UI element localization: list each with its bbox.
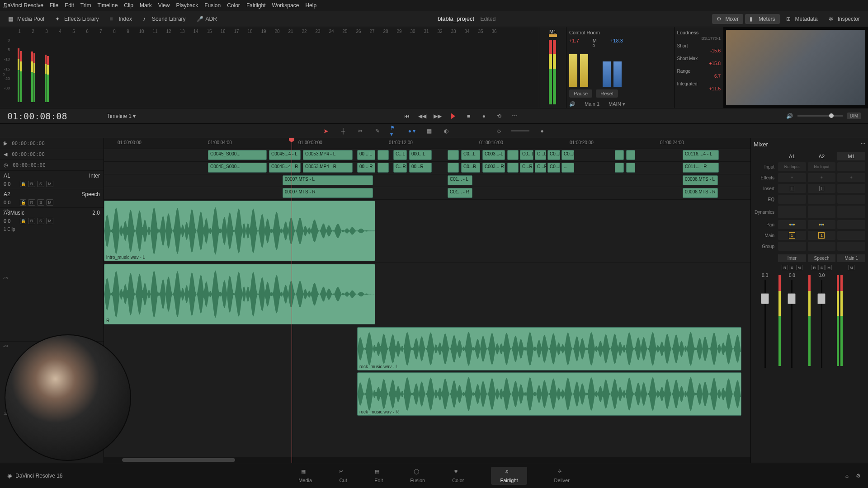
menu-file[interactable]: File xyxy=(50,2,58,9)
mute-button[interactable]: M xyxy=(46,218,53,224)
audio-clip[interactable]: C0...L xyxy=(547,150,560,160)
link-tool[interactable]: ◐ xyxy=(442,127,451,136)
audio-clip[interactable] xyxy=(377,163,389,173)
audio-clip[interactable] xyxy=(448,163,459,173)
mute-button[interactable]: M xyxy=(46,199,53,206)
audio-clip[interactable]: 00008.MTS - R xyxy=(683,188,718,198)
audio-clip[interactable]: 00007.MTS - R xyxy=(283,188,373,198)
prev-button[interactable]: ◀◀ xyxy=(418,112,427,121)
snap-tool[interactable]: ▦ xyxy=(425,127,434,136)
mixer-group-a1[interactable] xyxy=(778,242,806,251)
track-header-a1[interactable]: A1Inter 0.0 🔒 R S M xyxy=(0,171,104,189)
horizontal-scrollbar[interactable] xyxy=(104,457,750,463)
dur-timecode[interactable]: 00:00:00:00 xyxy=(13,162,46,168)
audio-clip[interactable]: 00007.MTS - L xyxy=(283,175,373,185)
mixer-pan-a2[interactable] xyxy=(808,220,836,229)
fader-m1[interactable]: 0.0 xyxy=(808,273,836,368)
mixer-input-a2[interactable]: No Input xyxy=(808,162,836,171)
inspector-button[interactable]: ✲Inspector xyxy=(824,14,864,24)
audio-clip[interactable]: C0045...4 - L xyxy=(269,150,301,160)
video-preview[interactable] xyxy=(723,27,868,108)
mixer-input-a1[interactable]: No Input xyxy=(778,162,806,171)
mixer-main-a1[interactable]: 1 xyxy=(778,231,806,240)
mixer-eq-m1[interactable] xyxy=(837,195,865,204)
mixer-main-m1[interactable] xyxy=(837,231,865,240)
audio-clip[interactable]: C...R xyxy=(393,163,407,173)
audio-clip[interactable]: C0045_S000... xyxy=(208,150,267,160)
audio-clip[interactable]: C0053.MP4 - L xyxy=(303,150,353,160)
audio-clip[interactable] xyxy=(448,150,459,160)
audio-clip[interactable]: C...L xyxy=(393,150,407,160)
mixer-menu-icon[interactable]: ⋯ xyxy=(861,141,865,152)
audio-clip[interactable]: C...R xyxy=(520,163,533,173)
audio-clip[interactable]: C0116....4 - L xyxy=(683,150,719,160)
lock-icon[interactable]: 🔒 xyxy=(20,199,26,206)
lock-icon[interactable]: 🔒 xyxy=(20,218,26,224)
audio-clip[interactable] xyxy=(507,150,519,160)
solo-button[interactable]: S xyxy=(37,181,44,187)
track-header-a2[interactable]: A2Speech 0.0 🔒 R S M xyxy=(0,189,104,208)
solo-button[interactable]: S xyxy=(37,199,44,206)
record-button[interactable]: ● xyxy=(479,112,488,121)
marker-tool[interactable]: ● ▾ xyxy=(407,127,416,136)
flag-tool[interactable]: ⚑ ▾ xyxy=(390,127,399,136)
mixer-main-a2[interactable]: 1 xyxy=(808,231,836,240)
zoom-slider[interactable] xyxy=(511,130,529,131)
out-timecode[interactable]: 00:00:00:00 xyxy=(12,151,45,157)
solo-button[interactable]: S xyxy=(37,218,44,224)
track-a1-left[interactable]: C0045_S000...C0045...4 - LC0053.MP4 - L0… xyxy=(104,149,750,162)
mixer-r-a2[interactable]: R xyxy=(811,265,817,270)
range-tool[interactable]: ┼ xyxy=(339,127,348,136)
mixer-m-a2[interactable]: M xyxy=(826,265,832,270)
effects-library-button[interactable]: ✦Effects Library xyxy=(51,14,103,24)
audio-clip[interactable] xyxy=(626,163,635,173)
mixer-eq-a1[interactable] xyxy=(778,195,806,204)
audio-clip[interactable]: C...R xyxy=(535,163,546,173)
mixer-head-a2[interactable]: A2 xyxy=(808,152,836,160)
arm-button[interactable]: R xyxy=(28,218,35,224)
mixer-m-m1[interactable]: M xyxy=(848,265,854,270)
arm-button[interactable]: R xyxy=(28,181,35,187)
play-button[interactable] xyxy=(448,112,458,121)
track-a3-rock-left[interactable]: rock_music.wav - L xyxy=(104,326,750,371)
mixer-effects-a2[interactable]: + xyxy=(808,173,836,182)
pointer-tool[interactable]: ➤ xyxy=(321,127,330,136)
nav-cut[interactable]: ✂Cut xyxy=(339,469,347,483)
menu-edit[interactable]: Edit xyxy=(65,2,74,9)
fader-a1[interactable]: 0.0 xyxy=(754,273,776,368)
mixer-dyn-m1[interactable] xyxy=(837,206,865,218)
index-button[interactable]: ≡Index xyxy=(105,14,137,24)
menu-help[interactable]: Help xyxy=(305,2,316,9)
metadata-button[interactable]: ⊞Metadata xyxy=(782,14,822,24)
track-a2-left[interactable]: 00007.MTS - LC01... - L00008.MTS - L xyxy=(104,174,750,187)
audio-clip[interactable] xyxy=(615,150,624,160)
mixer-group-m1[interactable] xyxy=(837,242,865,251)
nav-fusion[interactable]: ◯Fusion xyxy=(410,469,425,483)
volume-slider[interactable] xyxy=(797,115,843,117)
audio-clip[interactable] xyxy=(507,163,519,173)
mixer-pan-m1[interactable] xyxy=(837,220,865,229)
meters-button[interactable]: ▮Meters xyxy=(745,14,780,24)
audio-clip[interactable]: 000...L xyxy=(409,150,432,160)
automation-icon[interactable]: 〰 xyxy=(510,112,519,121)
in-timecode[interactable]: 00:00:00:00 xyxy=(12,141,45,146)
fader-a2[interactable]: 0.0 xyxy=(778,273,806,368)
audio-clip[interactable]: 00...R xyxy=(409,163,432,173)
mixer-insert-m1[interactable] xyxy=(837,184,865,193)
mixer-r-a1[interactable]: R xyxy=(782,265,788,270)
track-a1-right[interactable]: C0045_S000...C0045...4 - RC0053.MP4 - R0… xyxy=(104,162,750,174)
audio-clip[interactable]: C011... - R xyxy=(683,163,719,173)
track-a3-intro-right[interactable]: R xyxy=(104,263,750,326)
menu-view[interactable]: View xyxy=(158,2,170,9)
arm-button[interactable]: R xyxy=(28,199,35,206)
mixer-head-a1[interactable]: A1 xyxy=(778,152,806,160)
speaker-icon[interactable]: 🔊 xyxy=(569,101,576,107)
menu-color[interactable]: Color xyxy=(227,2,240,9)
mixer-s-a2[interactable]: S xyxy=(818,265,825,270)
main1-dropdown[interactable]: Main 1 xyxy=(585,101,599,107)
mixer-s-a1[interactable]: S xyxy=(789,265,795,270)
audio-clip[interactable]: ... xyxy=(561,163,574,173)
audio-clip[interactable]: 00... L xyxy=(357,150,375,160)
audio-clip[interactable]: C01... - R xyxy=(448,188,472,198)
audio-clip[interactable]: C0045...4 - R xyxy=(269,163,301,173)
